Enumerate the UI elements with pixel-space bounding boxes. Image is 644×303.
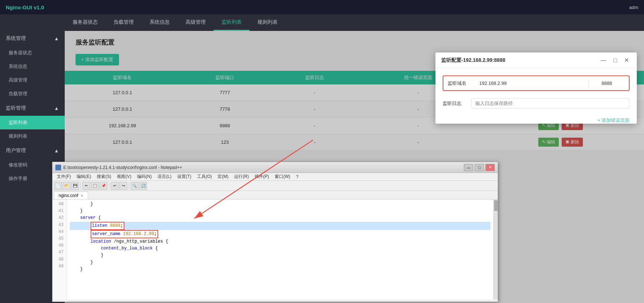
npp-tool-search[interactable]: 🔍 [131,182,138,190]
npp-menu-file[interactable]: 文件(F) [54,173,74,180]
code-line-45: location /ngx_http_variables { [70,238,490,245]
npp-menu-settings[interactable]: 设置(T) [174,173,194,180]
npp-toolbar: 📄 📂 💾 ✂ 📋 📌 ↩ ↪ 🔍 🔄 [52,181,498,191]
sidebar-group-listen-label: 监听管理 [6,105,26,111]
sidebar-item-server-status[interactable]: 服务器状态 [0,46,65,60]
npp-menu-edit[interactable]: 编辑(E) [74,173,94,180]
code-line-46: content_by_lua_block { [70,245,490,252]
npp-title-text: E:\tools\openresty-1.21.4.1-study\conf\n… [63,165,182,170]
npp-menu-search[interactable]: 搜索(S) [94,173,114,180]
nav-server-status[interactable]: 服务器状态 [65,14,106,31]
npp-toolbar-sep3 [129,182,129,189]
npp-menubar: 文件(F) 编辑(E) 搜索(S) 视图(V) 编码(N) 语言(L) 设置(T… [52,173,498,181]
npp-tool-cut[interactable]: ✂ [82,182,90,190]
modal-minimize-button[interactable]: — [598,56,608,64]
code-line-47: } [70,252,490,259]
npp-tool-save[interactable]: 💾 [71,182,79,190]
npp-tool-undo[interactable]: ↩ [111,182,119,190]
npp-menu-window[interactable]: 窗口(W) [272,173,293,180]
npp-menu-macro[interactable]: 宏(M) [215,173,231,180]
servername-highlight: server_name 192.168.2.99; [91,230,158,238]
npp-scrollbar-thumb[interactable] [494,200,498,211]
line-num-40: 40 [55,201,64,208]
npp-menu-run[interactable]: 运行(R) [231,173,252,180]
modal-controls: — □ ✕ [598,56,631,64]
sidebar-group-user[interactable]: 用户管理 ▲ [0,143,65,158]
app-logo: Nginx-GUI v1.0 [6,4,44,10]
sidebar-item-rule-list[interactable]: 规则列表 [0,129,65,143]
code-line-44: server_name 192.168.2.99; [70,230,490,238]
npp-menu-plugins[interactable]: 插件(P) [252,173,272,180]
nav-rule-list[interactable]: 规则列表 [250,14,286,31]
code-line-42: server { [70,215,490,221]
code-line-49: } [70,266,490,273]
line-num-47: 47 [55,249,64,256]
modal-header: 监听配置-192.168.2.99:8888 — □ ✕ [435,52,637,68]
config-modal: 监听配置-192.168.2.99:8888 — □ ✕ 监听域名 [435,52,637,124]
add-error-button[interactable]: + 添加错误页面 [598,117,630,124]
code-line-40: } [70,201,490,208]
code-line-43: listen 8888; [70,222,490,230]
npp-title-left: E:\tools\openresty-1.21.4.1-study\conf\n… [55,165,182,170]
log-label: 监听日志 [443,100,471,107]
navbar: 服务器状态 负载管理 系统信息 高级管理 监听列表 规则列表 [0,14,644,31]
npp-tool-copy[interactable]: 📋 [91,182,99,190]
npp-toolbar-sep2 [109,182,109,189]
npp-tab-nginx[interactable]: nginx.conf ✕ [54,192,88,199]
npp-scrollbar[interactable] [493,199,498,299]
sidebar-item-adv-mgmt[interactable]: 高级管理 [0,73,65,87]
sidebar-group-listen[interactable]: 监听管理 ▲ [0,101,65,116]
sidebar-group-arrow: ▲ [54,36,59,41]
sidebar-item-load-mgmt[interactable]: 负载管理 [0,87,65,101]
sidebar-group-user-label: 用户管理 [6,147,26,154]
line-num-48: 48 [55,256,64,263]
modal-title: 监听配置-192.168.2.99:8888 [441,57,505,64]
sidebar-item-listen-list[interactable]: 监听列表 [0,116,65,129]
nav-load-mgmt[interactable]: 负载管理 [106,14,142,31]
npp-menu-tools[interactable]: 工具(O) [194,173,215,180]
npp-toolbar-sep1 [81,182,81,189]
line-num-43: 43 [55,222,64,229]
line-num-44: 44 [55,229,64,235]
sidebar-group-system-label: 系统管理 [6,35,26,42]
modal-maximize-button[interactable]: □ [611,56,619,64]
line-num-42: 42 [55,215,64,221]
nav-adv-mgmt[interactable]: 高级管理 [178,14,214,31]
npp-close-button[interactable]: ✕ [485,164,495,171]
domain-port-row: 监听域名 [443,75,630,91]
npp-menu-lang[interactable]: 语言(L) [155,173,174,180]
npp-editor: 40 41 42 43 44 45 46 47 48 49 } } server… [52,199,498,299]
domain-input[interactable] [476,79,589,87]
modal-close-button[interactable]: ✕ [622,56,631,64]
line-num-49: 49 [55,263,64,270]
sidebar-item-sys-info[interactable]: 系统信息 [0,60,65,73]
npp-menu-view[interactable]: 视图(V) [114,173,134,180]
nav-sys-info[interactable]: 系统信息 [142,14,178,31]
npp-tool-new[interactable]: 📄 [54,182,62,190]
sidebar-group-listen-arrow: ▲ [54,105,59,111]
npp-tab-close-icon[interactable]: ✕ [81,194,83,198]
npp-tab-label: nginx.conf [59,193,78,198]
npp-minimize-button[interactable]: — [464,164,473,171]
npp-tool-redo[interactable]: ↪ [119,182,127,190]
log-input[interactable] [471,98,630,109]
line-num-45: 45 [55,235,64,242]
line-num-46: 46 [55,242,64,249]
user-label: adm [629,5,638,10]
npp-tabs: nginx.conf ✕ [52,191,498,199]
npp-maximize-button[interactable]: □ [475,164,484,171]
line-num-41: 41 [55,208,64,215]
modal-body: 监听域名 监听日志 + 添加错误页面 [435,68,637,123]
npp-menu-encode[interactable]: 编码(N) [134,173,155,180]
npp-tool-replace[interactable]: 🔄 [139,182,147,190]
npp-tool-open[interactable]: 📂 [63,182,70,190]
port-input[interactable] [589,79,625,87]
notepad-window: E:\tools\openresty-1.21.4.1-study\conf\n… [52,162,498,302]
sidebar-group-system[interactable]: 系统管理 ▲ [0,31,65,46]
npp-code-area[interactable]: } } server { listen 8888; server_name 19… [67,199,493,299]
nav-listen-list[interactable]: 监听列表 [214,14,250,31]
npp-titlebar: E:\tools\openresty-1.21.4.1-study\conf\n… [52,162,498,173]
sidebar-group-user-arrow: ▲ [54,148,59,153]
npp-tool-paste[interactable]: 📌 [100,182,108,190]
npp-menu-help[interactable]: ? [293,174,301,180]
